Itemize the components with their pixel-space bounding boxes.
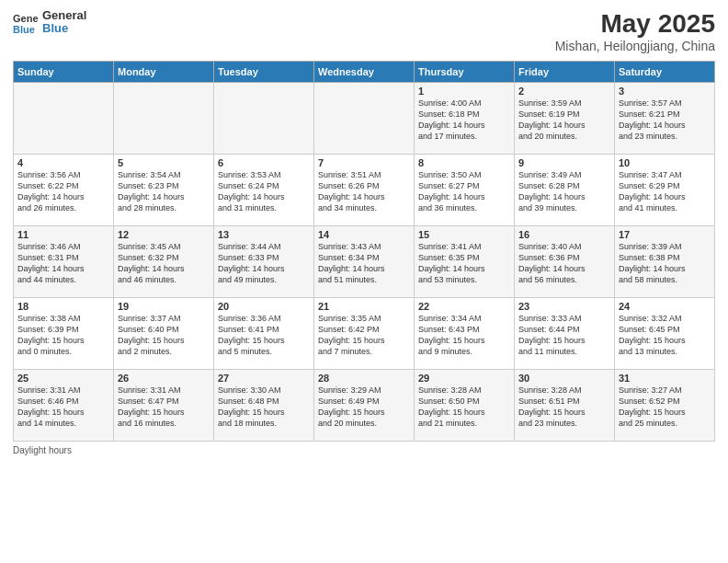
day-number: 16 xyxy=(518,229,610,240)
day-cell: 24Sunrise: 3:32 AM Sunset: 6:45 PM Dayli… xyxy=(615,298,715,370)
day-number: 31 xyxy=(619,373,711,384)
day-number: 20 xyxy=(218,301,310,312)
day-cell xyxy=(314,83,415,155)
logo-icon: General Blue xyxy=(13,9,39,35)
day-cell xyxy=(114,83,214,155)
day-info: Sunrise: 3:29 AM Sunset: 6:49 PM Dayligh… xyxy=(318,385,410,430)
day-number: 5 xyxy=(118,157,210,168)
week-row-3: 11Sunrise: 3:46 AM Sunset: 6:31 PM Dayli… xyxy=(14,226,715,298)
day-cell: 20Sunrise: 3:36 AM Sunset: 6:41 PM Dayli… xyxy=(214,298,314,370)
day-cell: 16Sunrise: 3:40 AM Sunset: 6:36 PM Dayli… xyxy=(515,226,615,298)
day-cell: 26Sunrise: 3:31 AM Sunset: 6:47 PM Dayli… xyxy=(114,370,214,442)
day-info: Sunrise: 3:32 AM Sunset: 6:45 PM Dayligh… xyxy=(619,313,711,358)
day-number: 9 xyxy=(518,157,610,168)
main-title: May 2025 xyxy=(555,9,715,39)
logo-blue-text: Blue xyxy=(42,22,86,35)
day-number: 13 xyxy=(218,229,310,240)
svg-text:Blue: Blue xyxy=(13,24,35,35)
day-info: Sunrise: 3:27 AM Sunset: 6:52 PM Dayligh… xyxy=(619,385,711,430)
day-number: 6 xyxy=(218,157,310,168)
day-number: 2 xyxy=(518,86,610,97)
day-info: Sunrise: 3:54 AM Sunset: 6:23 PM Dayligh… xyxy=(118,169,210,214)
day-cell: 4Sunrise: 3:56 AM Sunset: 6:22 PM Daylig… xyxy=(14,155,114,226)
day-info: Sunrise: 3:40 AM Sunset: 6:36 PM Dayligh… xyxy=(518,241,610,286)
day-cell: 3Sunrise: 3:57 AM Sunset: 6:21 PM Daylig… xyxy=(615,83,715,155)
day-info: Sunrise: 3:57 AM Sunset: 6:21 PM Dayligh… xyxy=(619,98,711,143)
day-cell: 23Sunrise: 3:33 AM Sunset: 6:44 PM Dayli… xyxy=(515,298,615,370)
day-info: Sunrise: 3:34 AM Sunset: 6:43 PM Dayligh… xyxy=(418,313,510,358)
day-number: 12 xyxy=(118,229,210,240)
calendar-table: SundayMondayTuesdayWednesdayThursdayFrid… xyxy=(13,61,715,442)
day-info: Sunrise: 3:31 AM Sunset: 6:47 PM Dayligh… xyxy=(118,385,210,430)
day-cell: 6Sunrise: 3:53 AM Sunset: 6:24 PM Daylig… xyxy=(214,155,314,226)
day-info: Sunrise: 3:41 AM Sunset: 6:35 PM Dayligh… xyxy=(418,241,510,286)
day-cell: 14Sunrise: 3:43 AM Sunset: 6:34 PM Dayli… xyxy=(314,226,415,298)
col-header-wednesday: Wednesday xyxy=(314,62,415,83)
day-number: 26 xyxy=(118,373,210,384)
day-number: 19 xyxy=(118,301,210,312)
day-cell: 19Sunrise: 3:37 AM Sunset: 6:40 PM Dayli… xyxy=(114,298,214,370)
day-cell: 22Sunrise: 3:34 AM Sunset: 6:43 PM Dayli… xyxy=(415,298,515,370)
week-row-1: 1Sunrise: 4:00 AM Sunset: 6:18 PM Daylig… xyxy=(14,83,715,155)
col-header-friday: Friday xyxy=(515,62,615,83)
day-number: 7 xyxy=(318,157,410,168)
day-number: 21 xyxy=(318,301,410,312)
day-info: Sunrise: 3:59 AM Sunset: 6:19 PM Dayligh… xyxy=(518,98,610,143)
col-header-thursday: Thursday xyxy=(415,62,515,83)
logo: General Blue General Blue xyxy=(13,9,86,36)
day-info: Sunrise: 3:44 AM Sunset: 6:33 PM Dayligh… xyxy=(218,241,310,286)
day-number: 30 xyxy=(518,373,610,384)
calendar-header: SundayMondayTuesdayWednesdayThursdayFrid… xyxy=(14,62,715,83)
col-header-monday: Monday xyxy=(114,62,214,83)
col-header-saturday: Saturday xyxy=(615,62,715,83)
logo-text: General Blue xyxy=(42,9,86,36)
day-cell: 8Sunrise: 3:50 AM Sunset: 6:27 PM Daylig… xyxy=(415,155,515,226)
day-cell: 25Sunrise: 3:31 AM Sunset: 6:46 PM Dayli… xyxy=(14,370,114,442)
header: General Blue General Blue May 2025 Misha… xyxy=(13,9,715,53)
day-number: 25 xyxy=(17,373,109,384)
day-info: Sunrise: 3:39 AM Sunset: 6:38 PM Dayligh… xyxy=(619,241,711,286)
day-info: Sunrise: 3:56 AM Sunset: 6:22 PM Dayligh… xyxy=(17,169,109,214)
day-info: Sunrise: 4:00 AM Sunset: 6:18 PM Dayligh… xyxy=(418,98,510,143)
day-info: Sunrise: 3:33 AM Sunset: 6:44 PM Dayligh… xyxy=(518,313,610,358)
logo-general-text: General xyxy=(42,9,86,22)
subtitle: Mishan, Heilongjiang, China xyxy=(555,39,715,53)
day-cell: 13Sunrise: 3:44 AM Sunset: 6:33 PM Dayli… xyxy=(214,226,314,298)
day-info: Sunrise: 3:28 AM Sunset: 6:50 PM Dayligh… xyxy=(418,385,510,430)
day-info: Sunrise: 3:31 AM Sunset: 6:46 PM Dayligh… xyxy=(17,385,109,430)
day-number: 3 xyxy=(619,86,711,97)
day-info: Sunrise: 3:36 AM Sunset: 6:41 PM Dayligh… xyxy=(218,313,310,358)
day-number: 27 xyxy=(218,373,310,384)
svg-text:General: General xyxy=(13,13,39,24)
day-cell xyxy=(214,83,314,155)
col-header-sunday: Sunday xyxy=(14,62,114,83)
day-cell: 18Sunrise: 3:38 AM Sunset: 6:39 PM Dayli… xyxy=(14,298,114,370)
footer-note: Daylight hours xyxy=(13,445,715,455)
day-cell: 1Sunrise: 4:00 AM Sunset: 6:18 PM Daylig… xyxy=(415,83,515,155)
week-row-4: 18Sunrise: 3:38 AM Sunset: 6:39 PM Dayli… xyxy=(14,298,715,370)
day-cell: 7Sunrise: 3:51 AM Sunset: 6:26 PM Daylig… xyxy=(314,155,415,226)
day-number: 14 xyxy=(318,229,410,240)
day-number: 11 xyxy=(17,229,109,240)
day-info: Sunrise: 3:53 AM Sunset: 6:24 PM Dayligh… xyxy=(218,169,310,214)
day-cell: 29Sunrise: 3:28 AM Sunset: 6:50 PM Dayli… xyxy=(415,370,515,442)
day-info: Sunrise: 3:37 AM Sunset: 6:40 PM Dayligh… xyxy=(118,313,210,358)
day-number: 24 xyxy=(619,301,711,312)
day-info: Sunrise: 3:51 AM Sunset: 6:26 PM Dayligh… xyxy=(318,169,410,214)
day-info: Sunrise: 3:45 AM Sunset: 6:32 PM Dayligh… xyxy=(118,241,210,286)
day-cell: 21Sunrise: 3:35 AM Sunset: 6:42 PM Dayli… xyxy=(314,298,415,370)
day-number: 15 xyxy=(418,229,510,240)
day-number: 4 xyxy=(17,157,109,168)
day-cell: 5Sunrise: 3:54 AM Sunset: 6:23 PM Daylig… xyxy=(114,155,214,226)
day-info: Sunrise: 3:30 AM Sunset: 6:48 PM Dayligh… xyxy=(218,385,310,430)
title-block: May 2025 Mishan, Heilongjiang, China xyxy=(555,9,715,53)
day-number: 10 xyxy=(619,157,711,168)
col-header-tuesday: Tuesday xyxy=(214,62,314,83)
footer-text: Daylight hours xyxy=(13,445,72,455)
week-row-5: 25Sunrise: 3:31 AM Sunset: 6:46 PM Dayli… xyxy=(14,370,715,442)
day-cell: 15Sunrise: 3:41 AM Sunset: 6:35 PM Dayli… xyxy=(415,226,515,298)
day-cell xyxy=(14,83,114,155)
day-cell: 10Sunrise: 3:47 AM Sunset: 6:29 PM Dayli… xyxy=(615,155,715,226)
day-cell: 12Sunrise: 3:45 AM Sunset: 6:32 PM Dayli… xyxy=(114,226,214,298)
day-cell: 11Sunrise: 3:46 AM Sunset: 6:31 PM Dayli… xyxy=(14,226,114,298)
